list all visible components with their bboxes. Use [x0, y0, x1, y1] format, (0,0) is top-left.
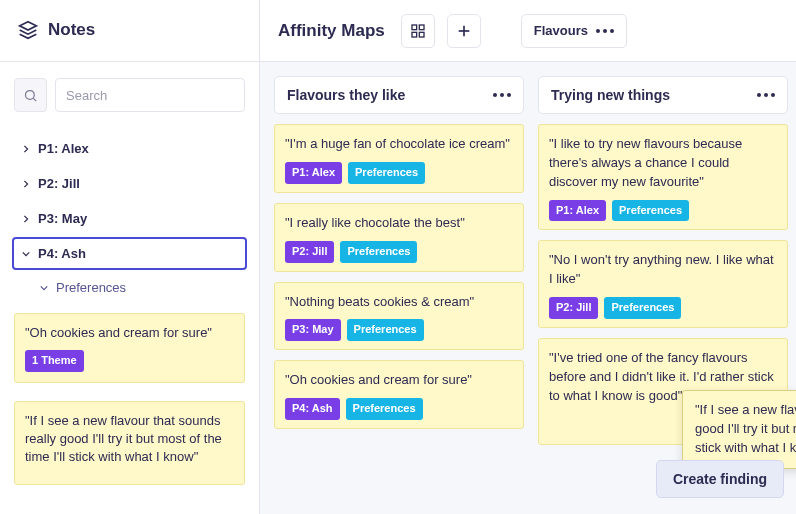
grid-icon	[410, 23, 426, 39]
tree-item-p1[interactable]: P1: Alex	[12, 132, 247, 165]
column-menu-icon[interactable]	[493, 93, 511, 97]
affinity-card[interactable]: "I like to try new flavours because ther…	[538, 124, 788, 230]
tree-item-p4[interactable]: P4: Ash	[12, 237, 247, 270]
theme-badge: 1 Theme	[25, 350, 84, 371]
card-quote: "No I won't try anything new. I like wha…	[549, 251, 777, 289]
card-quote: "Nothing beats cookies & cream"	[285, 293, 513, 312]
affinity-card[interactable]: "Nothing beats cookies & cream" P3: May …	[274, 282, 524, 351]
note-quote: "If I see a new flavour that sounds real…	[25, 412, 234, 467]
preference-tag[interactable]: Preferences	[340, 241, 417, 263]
column-header[interactable]: Trying new things	[538, 76, 788, 114]
card-quote: "Oh cookies and cream for sure"	[285, 371, 513, 390]
svg-rect-5	[412, 32, 417, 37]
sidebar-note-card[interactable]: "If I see a new flavour that sounds real…	[14, 401, 245, 486]
preference-tag[interactable]: Preferences	[604, 297, 681, 319]
participant-tag[interactable]: P3: May	[285, 319, 341, 341]
chevron-down-icon	[40, 284, 48, 292]
tree-sub-label: Preferences	[56, 280, 126, 295]
tree-item-label: P1: Alex	[38, 141, 89, 156]
card-tags: P3: May Preferences	[285, 319, 513, 341]
page-title: Affinity Maps	[278, 21, 385, 41]
add-button[interactable]	[447, 14, 481, 48]
board-column: Flavours they like "I'm a huge fan of ch…	[274, 76, 524, 500]
card-quote: "I really like chocolate the best"	[285, 214, 513, 233]
column-title: Flavours they like	[287, 87, 405, 103]
participant-tree: P1: Alex P2: Jill P3: May P4: Ash Prefer…	[0, 126, 259, 303]
dragging-card[interactable]: "If I see a new flavour that sounds real…	[682, 390, 796, 469]
tree-item-p2[interactable]: P2: Jill	[12, 167, 247, 200]
grid-view-button[interactable]	[401, 14, 435, 48]
chevron-right-icon	[22, 145, 30, 153]
sidebar: Notes P1: Alex P2: Jill P3: May	[0, 0, 260, 514]
card-tags: P4: Ash Preferences	[285, 398, 513, 420]
svg-line-2	[33, 98, 36, 101]
card-tags: P2: Jill Preferences	[549, 297, 777, 319]
tree-sub-preferences[interactable]: Preferences	[12, 272, 247, 303]
sidebar-note-card[interactable]: "Oh cookies and cream for sure" 1 Theme	[14, 313, 245, 383]
card-tags: P1: Alex Preferences	[549, 200, 777, 222]
note-quote: "Oh cookies and cream for sure"	[25, 324, 234, 342]
chevron-down-icon	[22, 250, 30, 258]
participant-tag[interactable]: P1: Alex	[549, 200, 606, 222]
participant-tag[interactable]: P4: Ash	[285, 398, 340, 420]
search-icon	[23, 88, 38, 103]
svg-rect-3	[412, 25, 417, 30]
column-header[interactable]: Flavours they like	[274, 76, 524, 114]
svg-marker-0	[20, 21, 37, 29]
affinity-card[interactable]: "Oh cookies and cream for sure" P4: Ash …	[274, 360, 524, 429]
preference-tag[interactable]: Preferences	[348, 162, 425, 184]
layers-icon	[18, 20, 38, 40]
affinity-card[interactable]: "No I won't try anything new. I like wha…	[538, 240, 788, 328]
sidebar-title: Notes	[48, 20, 95, 40]
svg-rect-4	[419, 25, 424, 30]
card-tags: P1: Alex Preferences	[285, 162, 513, 184]
card-quote: "I'm a huge fan of chocolate ice cream"	[285, 135, 513, 154]
search-button[interactable]	[14, 78, 47, 112]
participant-tag[interactable]: P2: Jill	[549, 297, 598, 319]
participant-tag[interactable]: P1: Alex	[285, 162, 342, 184]
svg-rect-6	[419, 32, 424, 37]
more-icon	[596, 29, 614, 33]
tree-item-label: P2: Jill	[38, 176, 80, 191]
create-finding-button[interactable]: Create finding	[656, 460, 784, 498]
chevron-right-icon	[22, 180, 30, 188]
preference-tag[interactable]: Preferences	[347, 319, 424, 341]
card-tags: P2: Jill Preferences	[285, 241, 513, 263]
affinity-card[interactable]: "I'm a huge fan of chocolate ice cream" …	[274, 124, 524, 193]
filter-flavours-button[interactable]: Flavours	[521, 14, 627, 48]
search-row	[0, 62, 259, 126]
main-header: Affinity Maps Flavours	[260, 0, 796, 62]
card-quote: "If I see a new flavour that sounds real…	[695, 402, 796, 455]
sidebar-header: Notes	[0, 0, 259, 62]
preference-tag[interactable]: Preferences	[346, 398, 423, 420]
tree-item-label: P3: May	[38, 211, 87, 226]
tree-item-label: P4: Ash	[38, 246, 86, 261]
card-quote: "I like to try new flavours because ther…	[549, 135, 777, 192]
column-menu-icon[interactable]	[757, 93, 775, 97]
filter-label: Flavours	[534, 23, 588, 38]
svg-point-1	[26, 90, 35, 99]
search-input[interactable]	[55, 78, 245, 112]
chevron-right-icon	[22, 215, 30, 223]
plus-icon	[456, 23, 472, 39]
affinity-card[interactable]: "I really like chocolate the best" P2: J…	[274, 203, 524, 272]
main: Affinity Maps Flavours	[260, 0, 796, 514]
column-title: Trying new things	[551, 87, 670, 103]
tree-item-p3[interactable]: P3: May	[12, 202, 247, 235]
participant-tag[interactable]: P2: Jill	[285, 241, 334, 263]
preference-tag[interactable]: Preferences	[612, 200, 689, 222]
